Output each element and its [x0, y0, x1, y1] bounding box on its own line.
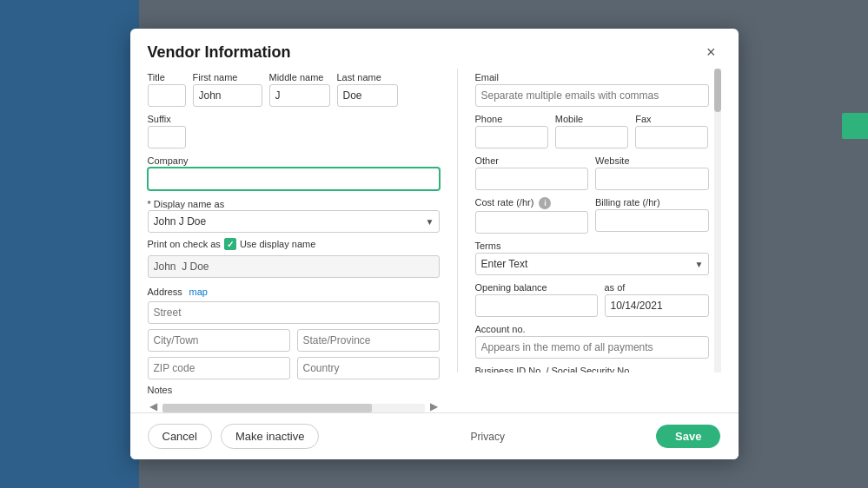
close-button[interactable]: ×	[701, 43, 721, 62]
city-input[interactable]	[148, 329, 290, 352]
other-label: Other	[475, 155, 589, 166]
horizontal-scroll-row: ◀ ▶	[148, 400, 440, 412]
cost-rate-label: Cost rate (/hr) i	[475, 197, 589, 209]
modal-footer: Cancel Make inactive Privacy Save	[130, 412, 739, 459]
website-group: Website	[595, 155, 709, 190]
first-name-group: First name	[193, 72, 262, 107]
as-of-group: as of	[605, 282, 709, 317]
rates-row: Cost rate (/hr) i Billing rate (/hr)	[475, 197, 721, 234]
address-label: Address	[148, 287, 182, 297]
opening-balance-group: Opening balance	[475, 282, 598, 317]
modal-title: Vendor Information	[148, 43, 291, 62]
notes-group: Notes	[148, 385, 440, 397]
scroll-thumb	[162, 404, 373, 412]
display-name-group: * Display name as John J Doe ▼	[148, 197, 440, 233]
zip-input[interactable]	[148, 357, 290, 379]
city-state-row	[148, 329, 440, 352]
address-header: Address map	[148, 285, 440, 298]
display-name-label: * Display name as	[148, 199, 225, 209]
name-row: Title First name Middle name Last name	[148, 72, 440, 107]
privacy-link[interactable]: Privacy	[471, 431, 505, 443]
street-group	[148, 301, 440, 324]
street-input[interactable]	[148, 301, 440, 324]
fax-label: Fax	[635, 114, 708, 124]
side-nav	[0, 0, 139, 488]
other-input[interactable]	[475, 168, 589, 190]
website-input[interactable]	[595, 168, 709, 190]
right-scroll-thumb	[714, 69, 721, 112]
use-display-name-checkbox[interactable]	[224, 238, 236, 250]
terms-select[interactable]: Enter Text	[475, 253, 709, 275]
title-label: Title	[148, 72, 186, 82]
modal-body: Title First name Middle name Last name	[130, 69, 739, 412]
print-check-input[interactable]	[148, 255, 440, 278]
cost-rate-info-icon[interactable]: i	[539, 197, 551, 209]
scroll-right-arrow[interactable]: ▶	[428, 400, 440, 412]
zip-country-row	[148, 357, 440, 379]
cost-rate-input[interactable]	[475, 211, 589, 234]
title-input[interactable]	[148, 84, 186, 107]
website-label: Website	[595, 155, 709, 166]
suffix-row: Suffix	[148, 114, 440, 148]
email-input[interactable]	[475, 84, 709, 107]
footer-left-buttons: Cancel Make inactive	[148, 424, 320, 449]
fax-input[interactable]	[635, 126, 708, 148]
account-no-label: Account no.	[475, 324, 709, 334]
company-label: Company	[148, 155, 440, 166]
fax-group: Fax	[635, 114, 708, 148]
notes-label: Notes	[148, 385, 440, 395]
suffix-group: Suffix	[148, 114, 186, 148]
middle-name-group: Middle name	[269, 72, 330, 107]
side-nav-green	[842, 113, 868, 139]
company-group: Company	[148, 155, 440, 190]
phone-group: Phone	[475, 114, 548, 148]
mobile-input[interactable]	[555, 126, 628, 148]
terms-group: Terms Enter Text ▼	[475, 241, 721, 275]
billing-rate-group: Billing rate (/hr)	[595, 197, 709, 234]
first-name-input[interactable]	[193, 84, 262, 107]
phone-row: Phone Mobile Fax	[475, 114, 721, 148]
make-inactive-button[interactable]: Make inactive	[221, 424, 319, 449]
country-input[interactable]	[297, 357, 440, 379]
other-website-row: Other Website	[475, 155, 721, 190]
account-no-group: Account no.	[475, 324, 721, 359]
terms-label: Terms	[475, 241, 709, 251]
state-input[interactable]	[297, 329, 440, 352]
company-input[interactable]	[148, 168, 440, 190]
left-column: Title First name Middle name Last name	[148, 69, 457, 412]
vendor-info-modal: Vendor Information × Title First name	[130, 29, 739, 459]
display-name-select-wrapper: John J Doe ▼	[148, 210, 440, 233]
print-on-check-row: Print on check as Use display name	[148, 238, 440, 250]
billing-rate-label: Billing rate (/hr)	[595, 197, 709, 208]
last-name-group: Last name	[337, 72, 398, 107]
save-button[interactable]: Save	[656, 425, 720, 448]
terms-select-wrapper: Enter Text ▼	[475, 253, 709, 275]
as-of-input[interactable]	[605, 294, 709, 317]
account-no-input[interactable]	[475, 336, 709, 359]
suffix-input[interactable]	[148, 126, 186, 148]
phone-input[interactable]	[475, 126, 548, 148]
use-display-name-label: Use display name	[240, 239, 315, 249]
as-of-label: as of	[605, 282, 709, 293]
middle-name-label: Middle name	[269, 72, 330, 82]
scroll-left-arrow[interactable]: ◀	[148, 400, 159, 412]
billing-rate-input[interactable]	[595, 209, 709, 232]
modal-header: Vendor Information ×	[130, 29, 739, 69]
horizontal-scrollbar[interactable]	[162, 404, 425, 412]
print-check-input-group	[148, 255, 440, 278]
suffix-label: Suffix	[148, 114, 186, 124]
first-name-label: First name	[193, 72, 262, 82]
last-name-label: Last name	[337, 72, 398, 82]
other-group: Other	[475, 155, 589, 190]
opening-balance-row: Opening balance as of	[475, 282, 721, 317]
opening-balance-input[interactable]	[475, 294, 598, 317]
display-name-select[interactable]: John J Doe	[148, 210, 440, 233]
business-id-label: Business ID No. / Social Security No.	[475, 366, 709, 373]
title-group: Title	[148, 72, 186, 107]
last-name-input[interactable]	[337, 84, 398, 107]
middle-name-input[interactable]	[269, 84, 330, 107]
mobile-group: Mobile	[555, 114, 628, 148]
email-label: Email	[475, 72, 709, 82]
cancel-button[interactable]: Cancel	[148, 424, 212, 449]
address-map-link[interactable]: map	[189, 287, 207, 297]
